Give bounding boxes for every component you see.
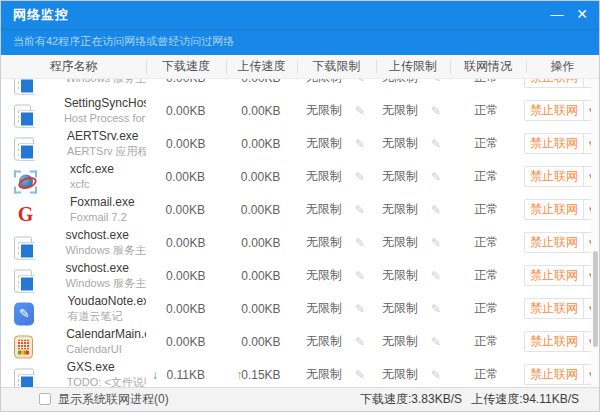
network-status-cell: 正常 [448,193,524,226]
upload-limit-cell: 无限制 ✎ [375,193,449,226]
app-icon [14,236,32,259]
block-network-button[interactable]: 禁止联网 ▾ [524,166,599,187]
edit-download-limit-icon[interactable]: ✎ [355,270,365,282]
download-limit-cell: 无限制 ✎ [296,127,375,160]
network-status-cell: 正常 [448,160,524,193]
process-description: 有道云笔记 [67,309,146,323]
process-name: SettingSyncHost.exe [64,96,146,111]
edit-upload-limit-icon[interactable]: ✎ [431,303,441,315]
total-download-speed: 下载速度:3.83KB/S [360,388,462,410]
scrollbar-track[interactable] [591,79,599,387]
edit-download-limit-icon[interactable]: ✎ [355,336,365,348]
process-name: svchost.exe [65,261,146,276]
table-row: Windows 服务主进程 0.00KB 0.00KB 无限制 ✎ 无限制 ✎ … [1,79,599,94]
process-description: TODO: <文件说明> [67,375,146,387]
block-network-button-label: 禁止联网 [525,200,583,219]
block-network-button[interactable]: 禁止联网 ▾ [524,100,599,121]
upload-speed-cell: 0.00KB [226,79,297,94]
block-network-button[interactable]: 禁止联网 ▾ [524,133,599,154]
minimize-icon[interactable]: — [545,1,569,29]
block-network-button[interactable]: 禁止联网 ▾ [524,298,599,319]
column-header-upload-speed: 上传速度 [226,55,297,78]
program-names: Windows 服务主进程 [65,79,146,85]
edit-upload-limit-icon[interactable]: ✎ [431,270,441,282]
upload-speed-value: 0.00KB [241,335,280,349]
table-row: xcfc.exe xcfc 0.00KB 0.00KB 无限制 ✎ 无限制 ✎ … [1,160,599,193]
upload-limit-value: 无限制 [382,168,418,185]
edit-download-limit-icon[interactable]: ✎ [355,303,365,315]
action-cell: 禁止联网 ▾ [524,226,599,259]
edit-upload-limit-icon[interactable]: ✎ [431,204,441,216]
upload-limit-value: 无限制 [382,267,418,284]
block-network-button-label: 禁止联网 [525,167,583,186]
upload-speed-cell: 0.00KB [225,193,296,226]
edit-download-limit-icon[interactable]: ✎ [355,138,365,150]
block-network-button[interactable]: 禁止联网 ▾ [524,232,599,253]
process-description: Windows 服务主进程 [65,79,146,85]
edit-upload-limit-icon[interactable]: ✎ [431,369,441,381]
edit-download-limit-icon[interactable]: ✎ [355,204,365,216]
process-name: GXS.exe [67,360,146,375]
download-limit-value: 无限制 [306,366,342,383]
table-row: Foxmail.exe Foxmail 7.2 0.00KB 0.00KB 无限… [1,193,599,226]
block-network-button[interactable]: 禁止联网 ▾ [524,265,599,286]
block-network-button-label: 禁止联网 [525,266,583,285]
edit-download-limit-icon[interactable]: ✎ [355,237,365,249]
program-names: AERTSrv.exe AERTSrv 应用程序 [67,129,146,158]
table-row: CalendarMain.exe CalendarUI 0.00KB 0.00K… [1,325,599,358]
upload-limit-value: 无限制 [382,333,418,350]
program-names: GXS.exe TODO: <文件说明> [67,360,146,387]
upload-limit-cell: 无限制 ✎ [375,325,449,358]
program-names: YoudaoNote.exe 有道云笔记 [67,294,146,323]
block-network-button-label: 禁止联网 [525,101,583,120]
network-status-cell: 正常 [448,79,524,94]
edit-upload-limit-icon[interactable]: ✎ [431,79,441,84]
download-speed-cell: 0.00KB [146,79,226,94]
app-icon [14,368,34,387]
download-speed-value: 0.00KB [166,236,205,250]
network-status-value: 正常 [474,300,498,317]
edit-upload-limit-icon[interactable]: ✎ [431,171,441,183]
app-icon [14,335,33,358]
process-name: svchost.exe [65,228,146,243]
app-icon [14,269,32,292]
edit-download-limit-icon[interactable]: ✎ [355,105,365,117]
process-description: xcfc [70,177,114,191]
download-limit-cell: 无限制 ✎ [296,79,375,94]
block-network-button[interactable]: 禁止联网 ▾ [524,199,599,220]
app-icon [14,104,31,127]
block-network-button[interactable]: 禁止联网 ▾ [524,79,599,88]
edit-download-limit-icon[interactable]: ✎ [355,171,365,183]
upload-speed-cell: 0.00KB [226,325,297,358]
upload-limit-cell: 无限制 ✎ [375,94,449,127]
total-upload-speed: 上传速度:94.11KB/S [471,388,579,410]
block-network-button[interactable]: 禁止联网 ▾ [524,331,599,352]
network-monitor-window: 网络监控 — ✕ 当前有42程序正在访问网络或曾经访问过网络 程序名称 下载速度… [0,0,600,412]
edit-upload-limit-icon[interactable]: ✎ [431,138,441,150]
edit-upload-limit-icon[interactable]: ✎ [431,105,441,117]
show-system-processes-checkbox[interactable] [39,393,51,405]
upload-speed-value: 0.00KB [241,236,280,250]
download-limit-cell: 无限制 ✎ [296,193,375,226]
edit-upload-limit-icon[interactable]: ✎ [431,237,441,249]
action-cell: 禁止联网 ▾ [524,358,599,387]
window-title: 网络监控 [13,1,69,29]
program-cell: CalendarMain.exe CalendarUI [1,325,146,358]
close-icon[interactable]: ✕ [570,1,594,29]
upload-speed-value: 0.00KB [241,203,280,217]
download-speed-value: 0.00KB [166,79,205,85]
edit-download-limit-icon[interactable]: ✎ [355,369,365,381]
edit-upload-limit-icon[interactable]: ✎ [431,336,441,348]
upload-speed-cell: 0.00KB [226,259,297,292]
download-limit-value: 无限制 [306,102,342,119]
upload-limit-value: 无限制 [382,366,418,383]
program-names: svchost.exe Windows 服务主进程 [65,228,146,257]
show-system-processes-label[interactable]: 显示系统联网进程(0) [58,388,169,410]
column-header-upload-limit: 上传限制 [376,55,450,78]
process-description: AERTSrv 应用程序 [67,144,146,158]
download-limit-cell: 无限制 ✎ [296,160,375,193]
edit-download-limit-icon[interactable]: ✎ [355,79,365,84]
block-network-button[interactable]: 禁止联网 ▾ [524,364,599,385]
scrollbar-thumb[interactable] [593,251,598,347]
download-speed-cell: 0.00KB [146,259,226,292]
